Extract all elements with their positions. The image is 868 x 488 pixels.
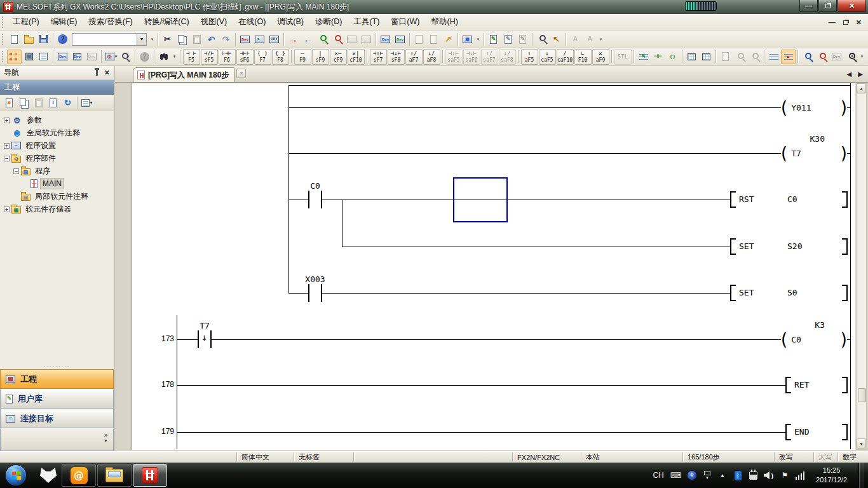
coil-batch-icon[interactable] bbox=[699, 50, 714, 64]
volume-icon[interactable] bbox=[764, 469, 774, 482]
cut-icon[interactable]: ✂ bbox=[160, 32, 175, 46]
zoom-ratio-icon[interactable]: ● bbox=[844, 50, 858, 64]
find-contact-coil-icon[interactable] bbox=[800, 50, 815, 64]
scroll-up-icon[interactable]: ▲ bbox=[857, 83, 866, 93]
ladder-edit-start-icon[interactable]: ✎ bbox=[486, 32, 501, 46]
edit-wire-icon[interactable]: ✎ bbox=[636, 50, 651, 64]
ladder-symbol-F5[interactable]: ⊣ ⊢F5 bbox=[183, 49, 200, 65]
tab-close-icon[interactable]: × bbox=[236, 69, 246, 78]
copy-icon[interactable] bbox=[175, 32, 189, 46]
paste-data-icon[interactable] bbox=[31, 95, 46, 110]
window-jump-icon[interactable]: ↖ bbox=[549, 32, 564, 46]
menu-编辑[interactable]: 编辑(E) bbox=[45, 15, 83, 29]
uc-browser-button[interactable]: @ bbox=[62, 464, 96, 487]
user-library-button[interactable]: ✎用户库 bbox=[0, 389, 114, 409]
tree-item-局部软元件注释[interactable]: ▤局部软元件注释 bbox=[0, 190, 114, 203]
ladder-canvas[interactable]: 173178179(Y011)(T7)K30C0RSTC0SETS20X003S… bbox=[132, 83, 855, 450]
wire-mode-icon[interactable] bbox=[766, 50, 781, 64]
project-view-button[interactable]: ▤工程 bbox=[0, 369, 114, 389]
window-split-icon[interactable]: ▦ bbox=[460, 32, 475, 46]
ladder-symbol-saF8[interactable]: ↓/saF8 bbox=[499, 49, 516, 65]
tree-item-全局软元件注释[interactable]: ◉全局软元件注释 bbox=[0, 126, 114, 139]
tab-main-program[interactable]: [PRG]写入 MAIN 180步 bbox=[133, 67, 234, 82]
write-to-plc-icon[interactable]: Dev bbox=[238, 32, 252, 46]
ladder-symbol-caF5[interactable]: ↓caF5 bbox=[539, 49, 556, 65]
find-device-icon[interactable] bbox=[815, 50, 829, 64]
contact-T7[interactable]: ↓ bbox=[198, 330, 212, 348]
ladder-symbol-aF7[interactable]: ↑/aF7 bbox=[405, 49, 423, 65]
ladder-symbol-sF8[interactable]: ⊣↓⊢sF8 bbox=[388, 49, 405, 65]
ladder-edit-read-icon[interactable]: ✎ bbox=[501, 32, 515, 46]
ladder-symbol-aF8[interactable]: ↓/aF8 bbox=[423, 49, 440, 65]
scroll-down-icon[interactable]: ▼ bbox=[857, 438, 866, 449]
toolbar-overflow-icon[interactable]: ▾ bbox=[858, 50, 865, 64]
property-icon[interactable]: i bbox=[46, 95, 60, 110]
start-button[interactable] bbox=[5, 464, 27, 486]
device-test-icon[interactable]: HKY bbox=[267, 32, 281, 46]
taskbar-clock[interactable]: 15:25 2017/12/2 bbox=[811, 466, 852, 485]
ladder-symbol-saF5[interactable]: ⊣↑⊢saF5 bbox=[445, 49, 463, 65]
tree-item-程序[interactable]: −▤程序 bbox=[0, 165, 114, 177]
collapse-icon[interactable]: − bbox=[4, 156, 10, 161]
edit-coil-icon[interactable]: ( ) bbox=[665, 50, 680, 64]
action-center-icon[interactable]: ⚑ bbox=[780, 469, 789, 482]
scrollbar-thumb[interactable] bbox=[858, 388, 866, 402]
open-project-icon[interactable] bbox=[22, 32, 36, 46]
power-icon[interactable] bbox=[749, 469, 757, 482]
ladder-symbol-sF6[interactable]: ⊣⊢⊦sF6 bbox=[236, 49, 254, 65]
tab-scroll-left-icon[interactable]: ◀ bbox=[847, 71, 852, 78]
tree-item-软元件存储器[interactable]: +▦软元件存储器 bbox=[0, 203, 114, 215]
copy-data-icon[interactable] bbox=[17, 95, 31, 110]
edit-contact-icon[interactable]: ⊣⊢ bbox=[651, 50, 665, 64]
ladder-symbol-saF6[interactable]: ⊣↓⊢saF6 bbox=[463, 49, 480, 65]
display-tray-icon[interactable]: ▼ bbox=[703, 469, 712, 482]
network-icon[interactable] bbox=[796, 469, 804, 482]
ladder-symbol-F8[interactable]: { }F8 bbox=[272, 49, 289, 65]
foobar2000-icon[interactable] bbox=[36, 464, 61, 487]
collapse-icon[interactable]: − bbox=[13, 168, 19, 174]
instruction-RET[interactable]: RET bbox=[794, 380, 809, 390]
device-search-icon[interactable]: ▾ bbox=[118, 50, 133, 64]
device-display-icon[interactable]: ◎▾ bbox=[104, 50, 118, 64]
explorer-button[interactable] bbox=[97, 464, 132, 487]
vertical-scrollbar[interactable]: ▲ ▼ bbox=[856, 83, 867, 450]
ladder-symbol-cF9[interactable]: ✕—cF9 bbox=[330, 49, 347, 65]
instruction-RST[interactable]: RST bbox=[739, 194, 754, 204]
navigation-toggle-icon[interactable] bbox=[7, 50, 22, 64]
ladder-symbol-F7[interactable]: ( )F7 bbox=[254, 49, 271, 65]
help-dim-icon[interactable]: ? bbox=[137, 50, 152, 64]
device-combobox[interactable]: ▼ bbox=[72, 33, 147, 46]
ladder-symbol-caF10[interactable]: /caF10 bbox=[557, 49, 574, 65]
menu-调试[interactable]: 调试(B) bbox=[271, 15, 309, 29]
search-magnifier-icon[interactable] bbox=[534, 32, 549, 46]
monitor-start-icon[interactable] bbox=[315, 32, 330, 46]
expand-icon[interactable]: + bbox=[4, 143, 10, 149]
input-language-indicator[interactable]: CH bbox=[653, 469, 663, 482]
menu-帮助[interactable]: 帮助(H) bbox=[425, 15, 463, 29]
find-dim2-icon[interactable] bbox=[747, 50, 762, 64]
plc-write-icon[interactable]: → bbox=[286, 32, 301, 46]
instruction-SET[interactable]: SET bbox=[739, 288, 754, 297]
toolbar-overflow-icon[interactable]: ▾ bbox=[171, 50, 178, 64]
mdi-minimize-icon[interactable]: — bbox=[829, 18, 836, 26]
connection-destination-button[interactable]: ≈连接目标 bbox=[0, 409, 114, 428]
dev-comment-green-icon[interactable]: Dev bbox=[393, 32, 407, 46]
statement-icon[interactable] bbox=[412, 32, 426, 46]
ladder-symbol-sF9[interactable]: |sF9 bbox=[312, 49, 329, 65]
paste-icon[interactable] bbox=[189, 32, 204, 46]
contact-X003[interactable] bbox=[308, 284, 322, 302]
find-binoculars-icon[interactable] bbox=[156, 50, 171, 64]
ladder-symbol-F6[interactable]: ⊦⊣⊢F6 bbox=[219, 49, 236, 65]
mdi-restore-icon[interactable] bbox=[843, 20, 848, 25]
menu-转换/编译[interactable]: 转换/编译(C) bbox=[139, 15, 195, 29]
ladder-symbol-sF7[interactable]: ⊣↑⊢sF7 bbox=[370, 49, 387, 65]
mdi-close-icon[interactable]: ✕ bbox=[856, 18, 862, 27]
keyboard-icon[interactable]: ⌨ bbox=[670, 469, 681, 482]
ladder-symbol-F9[interactable]: —F9 bbox=[294, 49, 311, 65]
tree-item-程序部件[interactable]: −⚙程序部件 bbox=[0, 152, 114, 165]
program-list-icon[interactable] bbox=[36, 50, 51, 64]
label-setting-icon[interactable]: A bbox=[568, 32, 583, 46]
monitor-stop-icon[interactable] bbox=[330, 32, 344, 46]
instruction-SET[interactable]: SET bbox=[739, 241, 754, 251]
new-project-icon[interactable] bbox=[7, 32, 22, 46]
